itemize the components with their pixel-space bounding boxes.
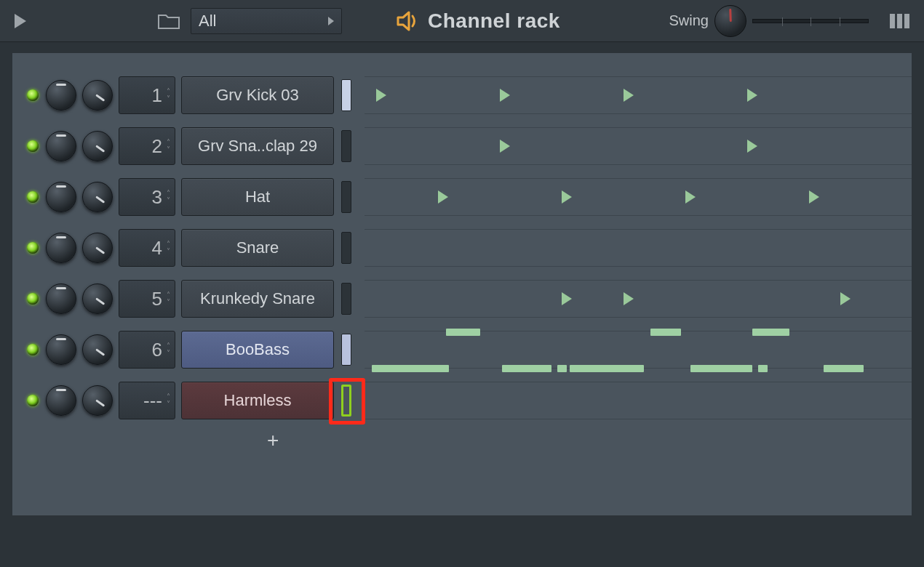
- channel-row: 6˄˅BooBass: [27, 328, 912, 371]
- volume-knob[interactable]: [82, 131, 113, 161]
- folder-icon[interactable]: [157, 12, 180, 31]
- note-bar[interactable]: [650, 329, 682, 336]
- channel-row: 4˄˅Snare: [27, 226, 912, 270]
- step-marker[interactable]: [500, 89, 510, 102]
- channel-select-bar[interactable]: [341, 181, 351, 213]
- pan-knob[interactable]: [46, 385, 76, 416]
- spinner-icon[interactable]: ˄˅: [167, 343, 170, 356]
- channel-select-bar[interactable]: [341, 79, 351, 111]
- channel-select-bar[interactable]: [341, 283, 351, 315]
- step-marker[interactable]: [624, 292, 634, 305]
- channel-name-label: Grv Sna..clap 29: [198, 137, 317, 156]
- channel-number-box[interactable]: 5˄˅: [119, 280, 175, 318]
- channel-number-box[interactable]: 4˄˅: [119, 229, 175, 267]
- step-grid[interactable]: [365, 76, 912, 114]
- channel-name-button[interactable]: Krunkedy Snare: [181, 280, 334, 318]
- step-marker[interactable]: [747, 89, 757, 102]
- channel-name-button[interactable]: Harmless: [181, 382, 334, 419]
- swing-slider[interactable]: [752, 19, 869, 23]
- svg-marker-1: [398, 12, 409, 30]
- spinner-icon[interactable]: ˄˅: [167, 140, 170, 153]
- step-marker[interactable]: [376, 89, 386, 102]
- step-marker[interactable]: [438, 190, 448, 204]
- note-bar[interactable]: [758, 365, 768, 372]
- step-grid[interactable]: [365, 280, 912, 318]
- step-grid[interactable]: [365, 331, 912, 369]
- spinner-icon[interactable]: ˄˅: [167, 394, 170, 407]
- note-bar[interactable]: [824, 365, 864, 372]
- volume-knob[interactable]: [82, 385, 113, 416]
- volume-knob[interactable]: [82, 80, 113, 110]
- volume-knob[interactable]: [82, 284, 113, 314]
- spinner-icon[interactable]: ˄˅: [167, 241, 170, 254]
- step-grid[interactable]: [365, 229, 912, 267]
- pan-knob[interactable]: [46, 182, 76, 212]
- channel-select-bar[interactable]: [341, 130, 351, 162]
- volume-knob[interactable]: [82, 182, 113, 212]
- note-bar[interactable]: [502, 365, 551, 372]
- note-bar[interactable]: [752, 329, 789, 336]
- play-button[interactable]: [13, 12, 28, 30]
- channel-rack-panel: 1˄˅Grv Kick 032˄˅Grv Sna..clap 293˄˅Hat4…: [12, 52, 912, 516]
- step-marker[interactable]: [840, 292, 851, 305]
- step-marker[interactable]: [500, 140, 510, 153]
- channel-name-button[interactable]: Snare: [181, 229, 334, 267]
- svg-rect-4: [904, 14, 909, 28]
- channel-name-label: BooBass: [226, 340, 290, 359]
- channel-name-button[interactable]: Grv Sna..clap 29: [181, 127, 334, 165]
- spinner-icon[interactable]: ˄˅: [167, 89, 170, 102]
- channel-enable-led[interactable]: [27, 395, 39, 406]
- step-marker[interactable]: [624, 89, 634, 102]
- channel-row: 3˄˅Hat: [27, 175, 912, 219]
- channel-number-box[interactable]: ---˄˅: [119, 382, 175, 419]
- channel-enable-led[interactable]: [27, 293, 39, 305]
- volume-knob[interactable]: [82, 334, 113, 365]
- swing-knob[interactable]: [714, 5, 746, 37]
- note-bar[interactable]: [690, 365, 752, 372]
- pan-knob[interactable]: [46, 284, 76, 314]
- add-channel-button[interactable]: +: [267, 429, 279, 452]
- step-grid[interactable]: [365, 382, 912, 419]
- channel-enable-led[interactable]: [27, 89, 39, 101]
- note-bar[interactable]: [372, 365, 449, 372]
- channel-enable-led[interactable]: [27, 140, 39, 152]
- channel-enable-led[interactable]: [27, 191, 39, 203]
- channel-enable-led[interactable]: [27, 344, 39, 355]
- channel-select-bar[interactable]: [341, 232, 351, 264]
- channel-name-button[interactable]: Hat: [181, 178, 334, 216]
- note-bar[interactable]: [557, 365, 567, 372]
- channel-number-box[interactable]: 6˄˅: [119, 331, 175, 369]
- volume-knob[interactable]: [82, 233, 113, 263]
- panel-title-text: Channel rack: [428, 9, 560, 33]
- note-bar[interactable]: [570, 365, 644, 372]
- channel-number-box[interactable]: 3˄˅: [119, 178, 175, 216]
- channel-filter-dropdown[interactable]: All: [191, 8, 342, 34]
- pan-knob[interactable]: [46, 80, 76, 110]
- channel-number: 1: [152, 84, 162, 107]
- step-grid[interactable]: [365, 127, 912, 165]
- channel-name-button[interactable]: Grv Kick 03: [181, 76, 334, 114]
- channel-enable-led[interactable]: [27, 242, 39, 254]
- step-marker[interactable]: [562, 292, 572, 305]
- note-bar[interactable]: [446, 329, 480, 336]
- svg-rect-3: [897, 14, 902, 28]
- channel-number: ---: [143, 390, 162, 412]
- pan-knob[interactable]: [46, 334, 76, 365]
- pan-knob[interactable]: [46, 233, 76, 263]
- step-grid[interactable]: [365, 178, 912, 216]
- step-marker[interactable]: [562, 190, 572, 204]
- channel-name-button[interactable]: BooBass: [181, 331, 334, 369]
- channel-row: ---˄˅Harmless: [27, 379, 912, 422]
- pan-knob[interactable]: [46, 131, 76, 161]
- channel-select-bar[interactable]: [341, 385, 351, 417]
- step-marker[interactable]: [747, 140, 757, 153]
- spinner-icon[interactable]: ˄˅: [167, 190, 170, 204]
- channel-number-box[interactable]: 1˄˅: [119, 76, 175, 114]
- options-icon[interactable]: [889, 12, 911, 31]
- channel-select-bar[interactable]: [341, 334, 351, 366]
- step-marker[interactable]: [809, 190, 819, 204]
- spinner-icon[interactable]: ˄˅: [167, 292, 170, 305]
- channel-name-label: Harmless: [224, 391, 292, 410]
- channel-number-box[interactable]: 2˄˅: [119, 127, 175, 165]
- step-marker[interactable]: [685, 190, 696, 204]
